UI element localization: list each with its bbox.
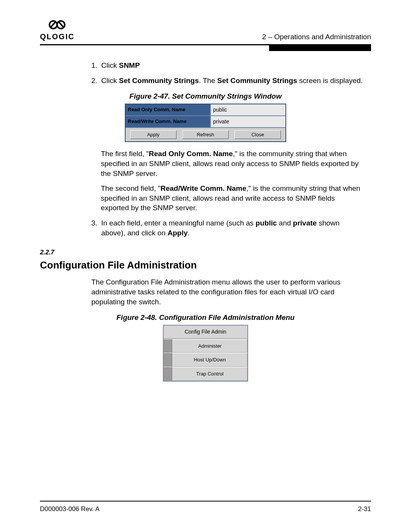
menu-item-trap-control[interactable]: Trap Control (172, 367, 247, 381)
readwrite-value[interactable]: private (211, 116, 285, 127)
menu-header[interactable]: Config File Admin (164, 326, 247, 339)
page-body: 1. Click SNMP 2. Click Set Community Str… (40, 61, 371, 382)
step-1: 1. Click SNMP (91, 61, 363, 70)
page-header: QLOGIC 2 – Operations and Administration (40, 19, 371, 45)
logo-text: QLOGIC (40, 32, 75, 41)
figure-47-caption: Figure 2-47. Set Community Strings Windo… (40, 91, 371, 101)
ordered-steps-continued: 3. In each field, enter a meaningful nam… (91, 218, 363, 238)
step-number: 2. (91, 76, 101, 86)
section-title: Configuration File Administration (40, 259, 371, 272)
readonly-value[interactable]: public (211, 104, 285, 115)
bold-snmp: SNMP (119, 61, 140, 69)
step-number: 1. (91, 61, 101, 70)
menu-row-trap: Trap Control (164, 367, 247, 381)
ordered-steps: 1. Click SNMP 2. Click Set Community Str… (91, 61, 363, 85)
menu-tab (164, 367, 172, 381)
section-number: 2.2.7 (40, 248, 371, 257)
step-number: 3. (91, 218, 101, 238)
paragraph-readwrite: The second field, "Read/Write Comm. Name… (101, 184, 363, 213)
text: Click (101, 77, 119, 85)
bold: Set Community Strings (119, 77, 199, 85)
step-3: 3. In each field, enter a meaningful nam… (91, 218, 363, 238)
bold: private (293, 219, 317, 227)
menu-row-administer: Administer (164, 339, 247, 353)
section-intro: The Configuration File Administration me… (91, 277, 363, 307)
apply-button[interactable]: Apply (130, 130, 177, 139)
text: The first field, " (101, 150, 149, 158)
bold: Read Only Comm. Name (149, 150, 233, 158)
text: . (188, 229, 190, 237)
readonly-row: Read Only Comm. Name public (126, 104, 285, 116)
footer-doc-id: D000003-006 Rev. A (40, 505, 100, 513)
menu-item-host-up-down[interactable]: Host Up/Down (172, 353, 247, 367)
readwrite-row: Read/Write Comm. Name private (126, 116, 285, 128)
button-row: Apply Refresh Close (126, 128, 285, 142)
bold: Apply (167, 229, 188, 237)
menu-item-administer[interactable]: Administer (172, 339, 247, 353)
header-section-label: 2 – Operations and Administration (262, 33, 371, 41)
qlogic-logo: QLOGIC (40, 19, 75, 41)
page-footer: D000003-006 Rev. A 2-31 (40, 501, 371, 513)
menu-row-host: Host Up/Down (164, 353, 247, 367)
bold: Set Community Strings (217, 77, 297, 85)
step-text: Click SNMP (101, 61, 363, 70)
text: screen is displayed. (297, 77, 363, 85)
set-community-strings-window: Read Only Comm. Name public Read/Write C… (125, 104, 286, 142)
paragraph-readonly: The first field, "Read Only Comm. Name,"… (101, 149, 363, 178)
close-button[interactable]: Close (234, 130, 281, 139)
readonly-label: Read Only Comm. Name (126, 104, 211, 115)
menu-tab (164, 353, 172, 367)
step-2: 2. Click Set Community Strings. The Set … (91, 76, 363, 86)
bold: Read/Write Comm. Name (161, 184, 247, 192)
step-text: Click Set Community Strings. The Set Com… (101, 76, 363, 86)
text: Click (101, 61, 119, 69)
menu-tab (164, 339, 172, 353)
config-file-admin-menu: Config File Admin Administer Host Up/Dow… (163, 325, 248, 382)
text: and (277, 219, 293, 227)
text: In each field, enter a meaningful name (… (101, 219, 256, 227)
step-text: In each field, enter a meaningful name (… (101, 218, 363, 238)
text: . The (199, 77, 217, 85)
footer-page-number: 2-31 (358, 505, 371, 513)
text: The second field, " (101, 184, 161, 192)
figure-48-caption: Figure 2-48. Configuration File Administ… (40, 313, 371, 323)
bold: public (256, 219, 277, 227)
header-black-bar (269, 44, 371, 51)
readwrite-label: Read/Write Comm. Name (126, 116, 211, 127)
logo-glyph-icon (40, 19, 75, 32)
refresh-button[interactable]: Refresh (182, 130, 229, 139)
